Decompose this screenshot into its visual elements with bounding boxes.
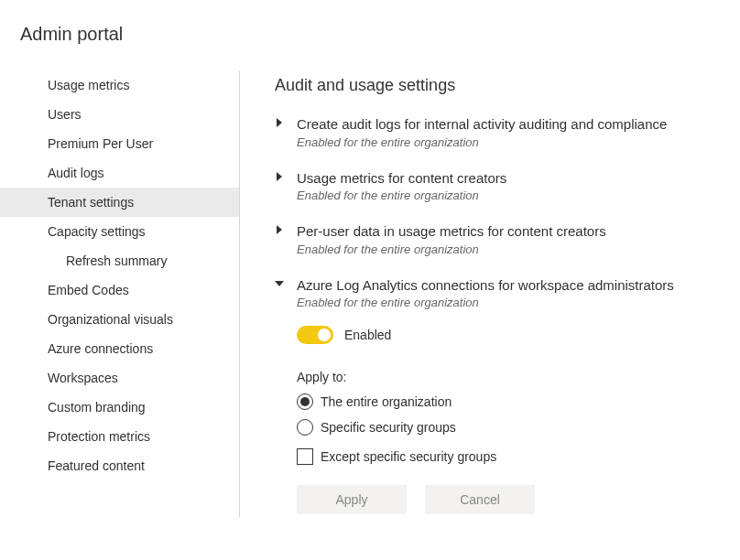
button-row: Apply Cancel xyxy=(297,485,724,514)
setting-text: Per-user data in usage metrics for conte… xyxy=(297,222,724,256)
chevron-right-icon[interactable] xyxy=(275,225,288,238)
main-content: Audit and usage settings Create audit lo… xyxy=(240,70,740,517)
toggle-label: Enabled xyxy=(344,328,391,342)
sidebar-item-users[interactable]: Users xyxy=(0,100,239,129)
setting-subtitle: Enabled for the entire organization xyxy=(297,188,724,202)
setting-row-usage-metrics: Usage metrics for content creators Enabl… xyxy=(275,169,724,203)
apply-to-label: Apply to: xyxy=(297,370,724,384)
chevron-right-icon[interactable] xyxy=(275,118,288,131)
radio-icon xyxy=(297,393,313,410)
checkbox-icon xyxy=(297,448,313,465)
expanded-setting-body: Enabled Apply to: The entire organizatio… xyxy=(297,326,724,514)
setting-subtitle: Enabled for the entire organization xyxy=(297,242,724,256)
sidebar-item-azure-connections[interactable]: Azure connections xyxy=(0,334,239,363)
setting-row-audit-logs: Create audit logs for internal activity … xyxy=(275,115,724,149)
setting-row-per-user-data: Per-user data in usage metrics for conte… xyxy=(275,222,724,256)
page-title: Admin portal xyxy=(0,0,740,45)
sidebar-item-premium-per-user[interactable]: Premium Per User xyxy=(0,129,239,158)
sidebar: Usage metrics Users Premium Per User Aud… xyxy=(0,70,240,517)
setting-text: Create audit logs for internal activity … xyxy=(297,115,724,149)
section-title: Audit and usage settings xyxy=(275,76,724,95)
layout: Usage metrics Users Premium Per User Aud… xyxy=(0,70,740,517)
sidebar-item-organizational-visuals[interactable]: Organizational visuals xyxy=(0,305,239,334)
toggle-row: Enabled xyxy=(297,326,724,344)
setting-title[interactable]: Create audit logs for internal activity … xyxy=(297,115,724,134)
checkbox-label: Except specific security groups xyxy=(321,449,496,464)
sidebar-item-audit-logs[interactable]: Audit logs xyxy=(0,158,239,188)
radio-icon xyxy=(297,419,313,436)
setting-subtitle: Enabled for the entire organization xyxy=(297,135,724,149)
toggle-knob xyxy=(318,328,331,341)
sidebar-item-protection-metrics[interactable]: Protection metrics xyxy=(0,422,239,451)
setting-title[interactable]: Azure Log Analytics connections for work… xyxy=(297,276,724,295)
setting-title[interactable]: Per-user data in usage metrics for conte… xyxy=(297,222,724,241)
radio-label: Specific security groups xyxy=(321,420,456,435)
sidebar-item-tenant-settings[interactable]: Tenant settings xyxy=(0,188,239,217)
sidebar-item-featured-content[interactable]: Featured content xyxy=(0,451,239,480)
radio-specific-groups[interactable]: Specific security groups xyxy=(297,419,724,436)
sidebar-item-capacity-settings[interactable]: Capacity settings xyxy=(0,217,239,246)
chevron-down-icon[interactable] xyxy=(275,279,288,292)
setting-title[interactable]: Usage metrics for content creators xyxy=(297,169,724,188)
radio-label: The entire organization xyxy=(321,394,452,409)
enabled-toggle[interactable] xyxy=(297,326,333,344)
setting-subtitle: Enabled for the entire organization xyxy=(297,296,724,309)
sidebar-item-custom-branding[interactable]: Custom branding xyxy=(0,393,239,422)
setting-row-azure-log-analytics: Azure Log Analytics connections for work… xyxy=(275,276,724,310)
sidebar-item-embed-codes[interactable]: Embed Codes xyxy=(0,275,239,305)
sidebar-item-workspaces[interactable]: Workspaces xyxy=(0,363,239,393)
chevron-right-icon[interactable] xyxy=(275,172,288,185)
sidebar-subitem-refresh-summary[interactable]: Refresh summary xyxy=(0,246,239,275)
apply-button[interactable]: Apply xyxy=(297,485,407,514)
setting-text: Usage metrics for content creators Enabl… xyxy=(297,169,724,203)
setting-text: Azure Log Analytics connections for work… xyxy=(297,276,724,310)
checkbox-except-groups[interactable]: Except specific security groups xyxy=(297,448,724,465)
sidebar-item-usage-metrics[interactable]: Usage metrics xyxy=(0,70,239,100)
cancel-button[interactable]: Cancel xyxy=(425,485,535,514)
radio-entire-org[interactable]: The entire organization xyxy=(297,393,724,410)
